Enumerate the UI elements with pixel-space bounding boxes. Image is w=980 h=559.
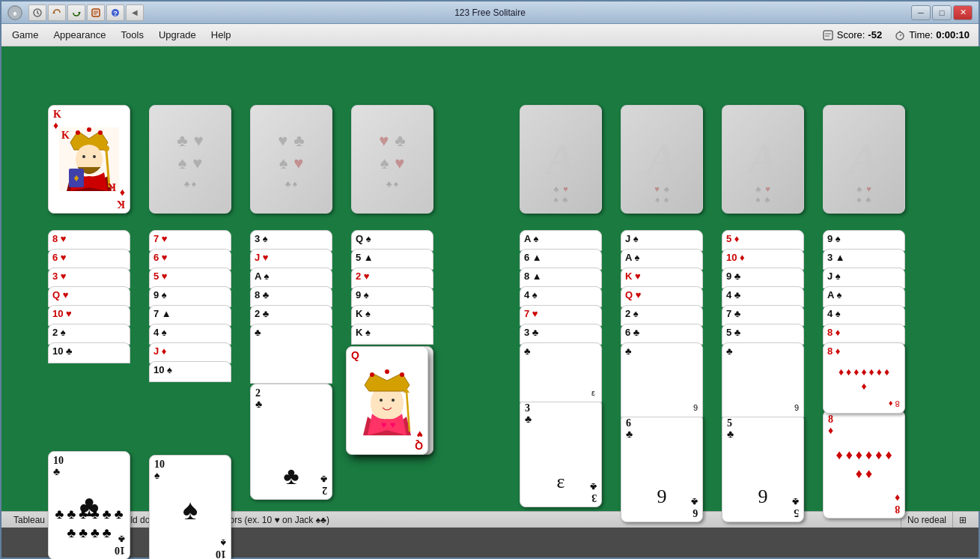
svg-point-26 [103, 145, 109, 151]
tableau-col7-card2[interactable]: 10 ♦ [722, 249, 804, 270]
tableau-col1-card1[interactable]: 8 ♥ [48, 230, 130, 251]
tableau-col4-card5[interactable]: K ♠ [351, 305, 433, 326]
score-value: -52 [868, 29, 882, 40]
stock-pile-1[interactable]: K♦ [48, 105, 130, 214]
tableau-col6-card6[interactable]: 6 ♣ [621, 324, 703, 345]
stock-pile-2[interactable]: ♣♥ ♠♥ ♣ ♠ [149, 105, 231, 214]
tableau-col7-card1[interactable]: 5 ♦ [722, 230, 804, 251]
tableau-col4-card4[interactable]: 9 ♠ [351, 286, 433, 307]
time-value: 0:00:10 [936, 29, 970, 40]
tableau-col2-card6[interactable]: 4 ♠ [149, 324, 231, 345]
tableau-col2-card4[interactable]: 9 ♠ [149, 286, 231, 307]
tableau-col7-card6[interactable]: 5 ♣ [722, 324, 804, 345]
tableau-col3-card-bottom[interactable]: 2♣ ♣ 2♣ [250, 384, 332, 500]
tableau-col5-card1[interactable]: A ♠ [520, 230, 602, 251]
tableau-col4-card6[interactable]: K ♠ [351, 324, 433, 345]
tableau-col6-last[interactable]: ♣ 9 [621, 342, 703, 417]
tableau-col5-card2[interactable]: 6 ▲ [520, 249, 602, 270]
toolbar-btn-2[interactable] [48, 4, 66, 21]
toolbar-btn-5[interactable]: ? [106, 4, 124, 21]
tableau-col8-card5[interactable]: 4 ♠ [823, 305, 905, 326]
stock-pile-3[interactable]: ♥♣ ♠♥ ♣ ♠ [250, 105, 332, 214]
svg-line-16 [900, 34, 901, 36]
tableau-col7-card3[interactable]: 9 ♣ [722, 268, 804, 288]
maximize-button[interactable]: □ [932, 5, 952, 20]
card-rank-br: K♦ [117, 187, 125, 210]
tableau-col3-clubs-suit[interactable]: ♣ [250, 324, 332, 384]
tableau-col5-card3[interactable]: 8 ▲ [520, 268, 602, 288]
tableau-col1-card7[interactable]: 10 ♣ [48, 342, 130, 363]
tableau-col3-card5[interactable]: 2 ♣ [250, 305, 332, 326]
tableau-col8-card6[interactable]: 8 ♦ [823, 324, 905, 345]
tableau-col3-card3[interactable]: A ♠ [250, 268, 332, 288]
tableau-col7-last[interactable]: ♣ 9 [722, 342, 804, 417]
tableau-col8-card3[interactable]: J ♠ [823, 268, 905, 288]
tableau-col2-card3[interactable]: 5 ♥ [149, 268, 231, 288]
tableau-col8-card2[interactable]: 3 ▲ [823, 249, 905, 270]
menu-upgrade[interactable]: Upgrade [151, 26, 204, 43]
menu-game[interactable]: Game [4, 26, 46, 43]
tableau-col7-card4[interactable]: 4 ♣ [722, 286, 804, 307]
tableau-col2-card2[interactable]: 6 ♥ [149, 249, 231, 270]
tableau-col2-card7[interactable]: J ♦ [149, 342, 231, 363]
menu-help[interactable]: Help [204, 26, 239, 43]
svg-text:♦: ♦ [73, 172, 79, 184]
menu-appearance[interactable]: Appearance [46, 26, 113, 43]
stock-pile-4[interactable]: ♥♣ ♠♥ ♣ ♠ [351, 105, 433, 214]
minimize-button[interactable]: ─ [911, 5, 931, 20]
foundation-2[interactable]: A ♥♣ ♠♠ [621, 105, 703, 214]
tableau-col2-card8[interactable]: 10 ♠ [149, 361, 231, 382]
tableau-col2-card-bottom[interactable]: 10♠ ♠ 10♠ [149, 455, 231, 559]
toolbar-btn-4[interactable] [87, 4, 105, 21]
tableau-col6-card5[interactable]: 2 ♠ [621, 305, 703, 326]
tableau-col3-card1[interactable]: 3 ♠ [250, 230, 332, 251]
tableau-col1-card6[interactable]: 2 ♠ [48, 324, 130, 345]
score-icon [822, 29, 834, 41]
tableau-col8-card1[interactable]: 9 ♠ [823, 230, 905, 251]
tableau-col8-card4[interactable]: A ♠ [823, 286, 905, 307]
toolbar-btn-1[interactable] [28, 4, 46, 21]
foundation-1[interactable]: A ♣♥ ♠♣ [520, 105, 602, 214]
tableau-col6-card3[interactable]: K ♥ [621, 268, 703, 288]
tableau-col4-card2[interactable]: 5 ▲ [351, 249, 433, 270]
tableau-col7-card5[interactable]: 7 ♣ [722, 305, 804, 326]
foundation-3[interactable]: A ♣♥ ♠♣ [722, 105, 804, 214]
tableau-col5-clubs-bottom[interactable]: ♣ ε [520, 342, 602, 402]
tableau-col4-card1[interactable]: Q ♠ [351, 230, 433, 251]
svg-marker-4 [78, 12, 81, 14]
tableau-col2-card5[interactable]: 7 ▲ [149, 305, 231, 326]
tableau-col4-card3[interactable]: 2 ♥ [351, 268, 433, 288]
tableau-col8-card-bottom[interactable]: 8♦ ♦ ♦ ♦ ♦ ♦ ♦ ♦ ♦ 8♦ [823, 410, 905, 519]
tableau-col5-card6[interactable]: 3 ♣ [520, 324, 602, 345]
tableau-col1-card5[interactable]: 10 ♥ [48, 305, 130, 326]
toolbar-btn-3[interactable] [67, 4, 85, 21]
tableau-col6-card4[interactable]: Q ♥ [621, 286, 703, 307]
titlebar-left: ♠ ? ◀ [7, 4, 144, 21]
tableau-col1-card2[interactable]: 6 ♥ [48, 249, 130, 270]
status-redeal: No redeal [901, 512, 953, 528]
svg-point-37 [370, 372, 374, 377]
tableau-col1-card-bottom[interactable]: 10♣ ♣ ♣♣♣ ♣♣♣ ♣♣♣ ♣ 10♣ [48, 451, 130, 559]
foundation-4[interactable]: A ♣♥ ♠♣ [823, 105, 905, 214]
card-queen-dragging[interactable]: Q♥ [346, 346, 428, 455]
tableau-col3-card2[interactable]: J ♥ [250, 249, 332, 270]
tableau-col1-card4[interactable]: Q ♥ [48, 286, 130, 307]
tableau-col5-card-bottom[interactable]: 3♣ ε 3♣ [520, 399, 602, 507]
game-area[interactable]: K♦ [1, 46, 980, 511]
menu-score-bar: Game Appearance Tools Upgrade Help Score… [1, 24, 979, 46]
tableau-col7-card-bottom[interactable]: 5♣ 9 5♣ [722, 414, 804, 522]
menu-tools[interactable]: Tools [114, 26, 151, 43]
tableau-col8-last[interactable]: 8 ♦ 8 ♦ ♦ ♦ ♦ ♦ ♦ ♦ ♦ ♦ [823, 342, 905, 414]
tableau-col3-card4[interactable]: 8 ♣ [250, 286, 332, 307]
tableau-col6-card1[interactable]: J ♠ [621, 230, 703, 251]
tableau-col6-card2[interactable]: A ♠ [621, 249, 703, 270]
tableau-col1-card3[interactable]: 3 ♥ [48, 268, 130, 288]
toolbar-btn-6[interactable]: ◀ [126, 4, 144, 21]
tableau-col5-card5[interactable]: 7 ♥ [520, 305, 602, 326]
close-button[interactable]: ✕ [953, 5, 973, 20]
app-icon: ♠ [7, 5, 22, 20]
tableau-col6-card-bottom[interactable]: 6♣ 9 6♣ [621, 414, 703, 522]
resize-icon[interactable]: ⊞ [953, 512, 973, 528]
tableau-col5-card4[interactable]: 4 ♠ [520, 286, 602, 307]
tableau-col2-card1[interactable]: 7 ♥ [149, 230, 231, 251]
